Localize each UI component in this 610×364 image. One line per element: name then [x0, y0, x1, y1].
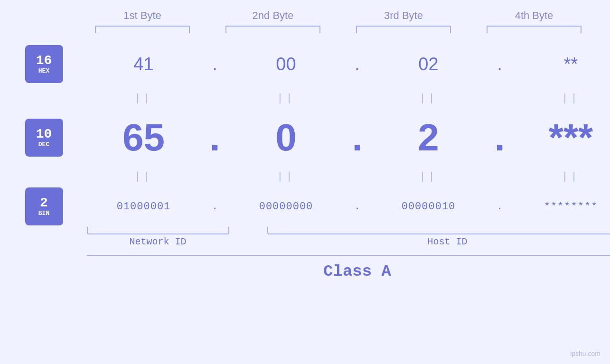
hex-dot2: . [343, 54, 372, 75]
data-grid: 41 . 00 . 02 . ** || || || || 65 [82, 43, 610, 280]
main-container: 1st Byte 2nd Byte 3rd Byte 4th Byte 16 H… [0, 0, 610, 364]
bin-b2: 00000000 [229, 201, 343, 213]
dec-dot1: . [201, 116, 229, 159]
eq2-b3: || [372, 171, 486, 183]
byte-headers: 1st Byte 2nd Byte 3rd Byte 4th Byte [77, 9, 600, 22]
bin-badge-row: 2 BIN [25, 190, 82, 223]
dec-b4: *** [514, 119, 610, 157]
eq1-b2: || [229, 93, 343, 104]
bin-dot2: . [343, 201, 372, 213]
badge-column: 16 HEX 10 DEC 2 BIN [25, 43, 82, 280]
dec-b2: 0 [229, 119, 343, 157]
eq1-b3: || [372, 93, 486, 104]
class-row: Class A [87, 255, 610, 280]
watermark: ipshu.com [570, 350, 601, 357]
id-labels: Network ID Host ID [87, 236, 610, 247]
bottom-bracket-host [267, 227, 610, 234]
hex-dot1: . [201, 54, 229, 75]
equals-spacer-1 [25, 85, 82, 112]
eq2-b2: || [229, 171, 343, 183]
byte2-header: 2nd Byte [216, 9, 330, 22]
hex-badge: 16 HEX [25, 45, 63, 83]
bottom-bracket-network [87, 227, 229, 234]
bin-badge: 2 BIN [25, 187, 63, 225]
eq1-b4: || [514, 93, 610, 104]
bin-dot1: . [201, 201, 229, 213]
byte3-header: 3rd Byte [347, 9, 460, 22]
bracket-b4 [487, 26, 582, 33]
hex-badge-row: 16 HEX [25, 43, 82, 85]
labels-gap [229, 236, 267, 247]
bracket-b2 [225, 26, 320, 33]
bin-data-row: 01000001 . 00000000 . 00000010 . *******… [87, 190, 610, 223]
hex-b2: 00 [229, 54, 343, 75]
host-id-label: Host ID [267, 236, 610, 247]
bin-dot3: . [486, 201, 514, 213]
hex-data-row: 41 . 00 . 02 . ** [87, 43, 610, 85]
class-label: Class A [323, 262, 391, 280]
dec-b1: 65 [87, 119, 201, 157]
eq2-b1: || [87, 171, 201, 183]
bracket-b1 [95, 26, 190, 33]
dec-badge: 10 DEC [25, 119, 63, 157]
bin-b1: 01000001 [87, 201, 201, 213]
byte1-header: 1st Byte [85, 9, 199, 22]
byte4-header: 4th Byte [477, 9, 591, 22]
dec-dot2: . [343, 116, 372, 159]
bin-b3: 00000010 [372, 201, 486, 213]
bracket-b3 [356, 26, 451, 33]
eq1-b1: || [87, 93, 201, 104]
dec-dot3: . [486, 116, 514, 159]
network-id-label: Network ID [87, 236, 229, 247]
hex-b3: 02 [372, 54, 486, 75]
equals-spacer-2 [25, 164, 82, 190]
top-brackets [77, 26, 600, 33]
hex-b1: 41 [87, 54, 201, 75]
hex-b4: ** [514, 54, 610, 75]
hex-dot3: . [486, 54, 514, 75]
bin-b4: ******** [514, 201, 610, 213]
bottom-brackets [87, 227, 610, 234]
dec-badge-row: 10 DEC [25, 112, 82, 164]
equals-row-2: || || || || [87, 164, 610, 190]
eq2-b4: || [514, 171, 610, 183]
equals-row-1: || || || || [87, 85, 610, 112]
dec-b3: 2 [372, 119, 486, 157]
dec-data-row: 65 . 0 . 2 . *** [87, 112, 610, 164]
